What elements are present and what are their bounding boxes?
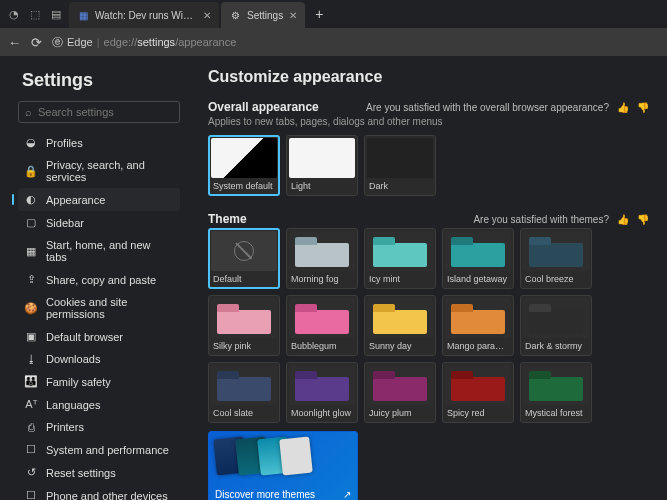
theme-option-silky-pink[interactable]: Silky pink <box>208 295 280 356</box>
external-link-icon: ↗ <box>343 489 351 500</box>
theme-option-morning-fog[interactable]: Morning fog <box>286 228 358 289</box>
appearance-label: System default <box>211 180 277 193</box>
url-scheme: edge:// <box>104 36 138 48</box>
sidebar-item-share-copy-and-paste[interactable]: ⇪Share, copy and paste <box>18 268 180 291</box>
sidebar-item-cookies-and-site-permissions[interactable]: 🍪Cookies and site permissions <box>18 291 180 325</box>
theme-option-cool-slate[interactable]: Cool slate <box>208 362 280 423</box>
theme-preview <box>211 365 277 405</box>
sidebar-item-sidebar[interactable]: ▢Sidebar <box>18 211 180 234</box>
nav-label: Default browser <box>46 331 123 343</box>
search-settings[interactable]: ⌕ <box>18 101 180 123</box>
address-bar[interactable]: ⓔ Edge | edge://settings/appearance <box>52 35 236 50</box>
theme-section: Theme Are you satisfied with themes? 👍 👎… <box>208 212 649 500</box>
nav-icon: Aᵀ <box>24 398 38 411</box>
theme-label: Island getaway <box>445 273 511 286</box>
overall-feedback-q: Are you satisfied with the overall brows… <box>366 102 609 113</box>
sidebar-item-reset-settings[interactable]: ↺Reset settings <box>18 461 180 484</box>
theme-preview <box>367 231 433 271</box>
tab-title: Watch: Dev runs Windows 11 AR <box>95 10 197 21</box>
settings-sidebar: Settings ⌕ ◒Profiles🔒Privacy, search, an… <box>0 56 190 500</box>
theme-preview <box>523 365 589 405</box>
nav-label: Phone and other devices <box>46 490 168 501</box>
nav-icon: 🔒 <box>24 165 38 178</box>
discover-thumbs <box>215 438 351 474</box>
workspace-icon[interactable]: ⬚ <box>27 7 42 22</box>
search-input[interactable] <box>38 106 176 118</box>
theme-option-dark-stormy[interactable]: Dark & stormy <box>520 295 592 356</box>
appearance-label: Light <box>289 180 355 193</box>
back-button[interactable]: ← <box>8 35 21 50</box>
sidebar-item-languages[interactable]: AᵀLanguages <box>18 393 180 416</box>
collections-icon[interactable]: ▤ <box>48 7 63 22</box>
sidebar-item-printers[interactable]: ⎙Printers <box>18 416 180 438</box>
refresh-button[interactable]: ⟳ <box>31 35 42 50</box>
appearance-options: System defaultLightDark <box>208 135 649 196</box>
sidebar-item-downloads[interactable]: ⭳Downloads <box>18 348 180 370</box>
nav-icon: ▣ <box>24 330 38 343</box>
sidebar-item-appearance[interactable]: ◐Appearance <box>18 188 180 211</box>
theme-preview <box>289 298 355 338</box>
sidebar-item-family-safety[interactable]: 👪Family safety <box>18 370 180 393</box>
edge-icon: ⓔ <box>52 35 63 50</box>
theme-option-moonlight-glow[interactable]: Moonlight glow <box>286 362 358 423</box>
theme-option-juicy-plum[interactable]: Juicy plum <box>364 362 436 423</box>
discover-themes-tile[interactable]: Discover more themes ↗ <box>208 431 358 500</box>
theme-label: Dark & stormy <box>523 340 589 353</box>
theme-label: Morning fog <box>289 273 355 286</box>
nav-icon: 🍪 <box>24 302 38 315</box>
theme-option-island-getaway[interactable]: Island getaway <box>442 228 514 289</box>
nav-label: Family safety <box>46 376 111 388</box>
theme-preview <box>367 365 433 405</box>
thumbs-down-icon[interactable]: 👎 <box>637 214 649 225</box>
sidebar-item-start-home-and-new-tabs[interactable]: ▦Start, home, and new tabs <box>18 234 180 268</box>
theme-preview <box>211 231 277 271</box>
appearance-preview <box>289 138 355 178</box>
theme-option-bubblegum[interactable]: Bubblegum <box>286 295 358 356</box>
nav-label: Printers <box>46 421 84 433</box>
sidebar-item-profiles[interactable]: ◒Profiles <box>18 131 180 154</box>
nav-icon: 👪 <box>24 375 38 388</box>
settings-heading: Settings <box>22 70 180 91</box>
theme-preview <box>289 231 355 271</box>
close-icon[interactable]: ✕ <box>203 10 211 21</box>
nav-icon: ◒ <box>24 136 38 149</box>
nav-label: Downloads <box>46 353 100 365</box>
nav-label: Start, home, and new tabs <box>46 239 174 263</box>
nav-label: System and performance <box>46 444 169 456</box>
thumbs-up-icon[interactable]: 👍 <box>617 214 629 225</box>
nav-icon: ⎙ <box>24 421 38 433</box>
theme-option-spicy-red[interactable]: Spicy red <box>442 362 514 423</box>
theme-option-mango-paradise[interactable]: Mango paradise <box>442 295 514 356</box>
profile-icon[interactable]: ◔ <box>6 7 21 22</box>
sidebar-item-privacy-search-and-services[interactable]: 🔒Privacy, search, and services <box>18 154 180 188</box>
tab-0[interactable]: ▦Watch: Dev runs Windows 11 AR✕ <box>69 2 219 28</box>
appearance-option-dark[interactable]: Dark <box>364 135 436 196</box>
new-tab-button[interactable]: + <box>307 6 331 22</box>
theme-option-default[interactable]: Default <box>208 228 280 289</box>
thumbs-up-icon[interactable]: 👍 <box>617 102 629 113</box>
theme-option-icy-mint[interactable]: Icy mint <box>364 228 436 289</box>
appearance-option-sys[interactable]: System default <box>208 135 280 196</box>
appearance-option-light[interactable]: Light <box>286 135 358 196</box>
theme-label: Icy mint <box>367 273 433 286</box>
theme-label: Spicy red <box>445 407 511 420</box>
sidebar-item-default-browser[interactable]: ▣Default browser <box>18 325 180 348</box>
sidebar-item-phone-and-other-devices[interactable]: ☐Phone and other devices <box>18 484 180 500</box>
tab-favicon: ⚙ <box>229 9 241 21</box>
theme-option-sunny-day[interactable]: Sunny day <box>364 295 436 356</box>
theme-preview <box>289 365 355 405</box>
tab-strip: ▦Watch: Dev runs Windows 11 AR✕⚙Settings… <box>69 0 307 28</box>
theme-preview <box>445 298 511 338</box>
nav-icon: ☐ <box>24 489 38 500</box>
theme-option-cool-breeze[interactable]: Cool breeze <box>520 228 592 289</box>
nav-label: Profiles <box>46 137 83 149</box>
thumbs-down-icon[interactable]: 👎 <box>637 102 649 113</box>
close-icon[interactable]: ✕ <box>289 10 297 21</box>
sidebar-item-system-and-performance[interactable]: ☐System and performance <box>18 438 180 461</box>
nav-label: Languages <box>46 399 100 411</box>
theme-option-mystical-forest[interactable]: Mystical forest <box>520 362 592 423</box>
appearance-label: Dark <box>367 180 433 193</box>
settings-main: Customize appearance Overall appearance … <box>190 56 667 500</box>
overall-heading: Overall appearance <box>208 100 319 114</box>
tab-1[interactable]: ⚙Settings✕ <box>221 2 305 28</box>
